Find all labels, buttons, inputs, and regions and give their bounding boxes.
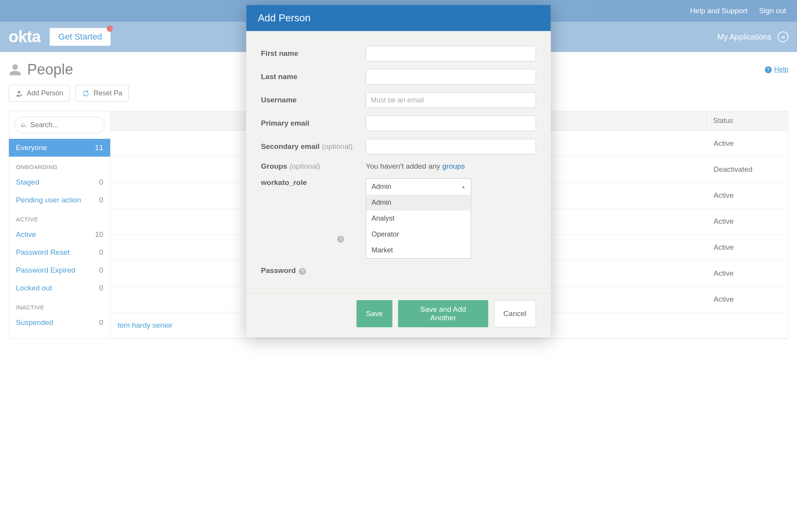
secondary-email-label: Secondary email(optional): [261, 142, 366, 151]
help-link[interactable]: ? Help: [765, 66, 788, 74]
password-label: Password?: [261, 266, 366, 275]
password-help-icon[interactable]: ?: [299, 268, 306, 275]
modal-title: Add Person: [246, 5, 551, 31]
table-header-status[interactable]: Status: [707, 111, 788, 130]
sidebar-item-label: Password Expired: [16, 266, 75, 275]
dropdown-selected[interactable]: Admin ▲: [366, 179, 471, 195]
sidebar-item[interactable]: Everyone11: [9, 139, 110, 157]
dropdown-option[interactable]: Operator: [366, 226, 471, 242]
first-name-input[interactable]: [366, 46, 536, 61]
sidebar-item-label: Everyone: [16, 143, 47, 152]
sign-out-link[interactable]: Sign out: [759, 7, 786, 15]
sidebar-item[interactable]: Locked out0: [9, 279, 110, 297]
sidebar-item-count: 0: [99, 318, 103, 327]
person-status-cell: Deactivated: [707, 157, 788, 182]
sidebar-item-count: 10: [95, 230, 103, 239]
add-person-icon: [15, 90, 23, 97]
secondary-email-input[interactable]: [366, 139, 536, 154]
okta-logo: okta: [9, 28, 40, 46]
person-icon: [9, 63, 22, 76]
last-name-input[interactable]: [366, 69, 536, 85]
workato-role-label: workato_role: [261, 178, 366, 187]
cancel-button[interactable]: Cancel: [494, 300, 536, 327]
primary-email-label: Primary email: [261, 119, 366, 128]
page-title-text: People: [27, 61, 73, 78]
sidebar-item-label: Staged: [16, 178, 39, 187]
sidebar-section-header: INACTIVE: [9, 297, 110, 314]
dropdown-selected-text: Admin: [372, 183, 392, 191]
get-started-label: Get Started: [58, 32, 102, 41]
sidebar-item-count: 11: [95, 143, 103, 152]
save-add-another-button[interactable]: Save and Add Another: [398, 300, 489, 327]
groups-link[interactable]: groups: [442, 162, 465, 170]
person-status-cell: Active: [707, 209, 788, 234]
person-status-cell: [707, 313, 788, 338]
sidebar-section-header: ONBOARDING: [9, 157, 110, 173]
add-person-modal: Add Person First name Last name Username…: [246, 5, 551, 337]
dropdown-option[interactable]: Analyst: [366, 211, 471, 226]
sidebar-item[interactable]: Suspended0: [9, 314, 110, 332]
person-status-cell: Active: [707, 261, 788, 286]
workato-role-dropdown[interactable]: Admin ▲ AdminAnalystOperatorMarket: [366, 178, 471, 259]
dropdown-option[interactable]: Admin: [366, 195, 471, 211]
username-label: Username: [261, 96, 366, 104]
hidden-help-icon: ?: [337, 236, 344, 243]
sidebar-item[interactable]: Active10: [9, 226, 110, 244]
sidebar-item-count: 0: [99, 178, 103, 187]
person-status-cell: Active: [707, 287, 788, 312]
search-icon: [21, 121, 28, 128]
sidebar-item[interactable]: Password Reset0: [9, 244, 110, 261]
add-person-button[interactable]: Add Person: [9, 85, 70, 102]
person-status-cell: Active: [707, 131, 788, 156]
sidebar-item-count: 0: [99, 196, 103, 204]
sidebar: Everyone11ONBOARDINGStaged0Pending user …: [9, 111, 111, 339]
username-input[interactable]: [366, 92, 536, 108]
save-button[interactable]: Save: [356, 300, 392, 327]
dropdown-arrow-icon: ▲: [462, 185, 466, 189]
sidebar-item-label: Active: [16, 230, 36, 239]
reset-passwords-button[interactable]: Reset Pa: [75, 85, 129, 102]
my-applications-link[interactable]: My Applications: [717, 31, 788, 42]
get-started-button[interactable]: Get Started: [50, 28, 111, 46]
sidebar-item[interactable]: Staged0: [9, 173, 110, 191]
person-status-cell: Active: [707, 183, 788, 208]
help-support-link[interactable]: Help and Support: [690, 7, 747, 15]
sidebar-section-header: ACTIVE: [9, 209, 110, 226]
add-person-label: Add Person: [27, 89, 63, 97]
sidebar-item-label: Locked out: [16, 284, 52, 292]
dropdown-option[interactable]: Market: [366, 242, 471, 258]
first-name-label: First name: [261, 49, 366, 58]
person-status-cell: Active: [707, 235, 788, 260]
sidebar-item-label: Pending user action: [16, 196, 81, 204]
arrow-circle-icon: [778, 31, 788, 42]
sidebar-item-count: 0: [99, 284, 103, 292]
refresh-icon: [82, 90, 90, 97]
help-label: Help: [774, 66, 788, 74]
groups-empty-text: You haven't added any groups: [366, 162, 465, 170]
notification-dot-icon: [107, 26, 113, 32]
primary-email-input[interactable]: [366, 116, 536, 131]
last-name-label: Last name: [261, 73, 366, 81]
sidebar-item[interactable]: Password Expired0: [9, 261, 110, 279]
sidebar-item-count: 0: [99, 248, 103, 257]
sidebar-item-label: Password Reset: [16, 248, 69, 257]
sidebar-item[interactable]: Pending user action0: [9, 191, 110, 209]
page-title: People: [9, 61, 73, 78]
sidebar-item-label: Suspended: [16, 318, 53, 327]
search-input[interactable]: [14, 117, 105, 133]
sidebar-item-count: 0: [99, 266, 103, 275]
groups-label: Groups(optional): [261, 162, 366, 171]
reset-passwords-label: Reset Pa: [94, 89, 122, 97]
my-applications-label: My Applications: [717, 33, 771, 41]
help-icon: ?: [765, 66, 772, 73]
